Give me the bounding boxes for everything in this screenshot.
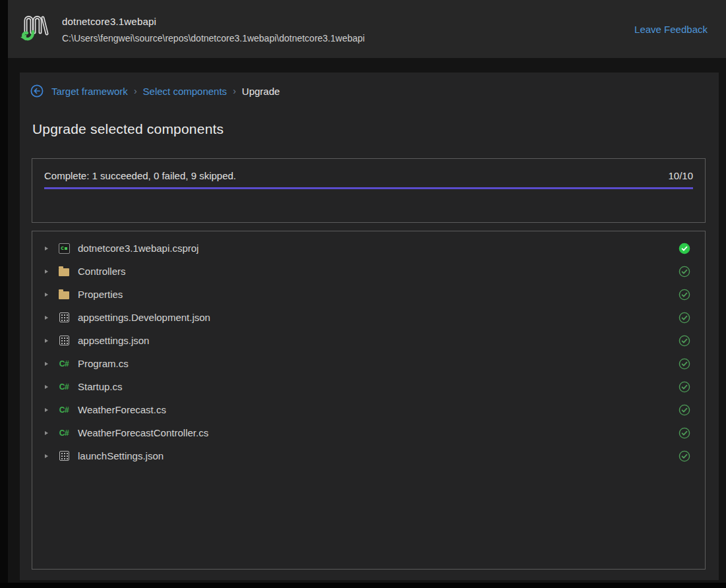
file-row[interactable]: Properties [32,283,705,306]
expander-chevron-icon[interactable] [45,247,48,250]
expander-chevron-icon[interactable] [45,408,48,412]
check-succeeded-icon [679,243,690,254]
file-row[interactable]: appsettings.json [32,329,705,352]
file-name: appsettings.json [78,335,149,346]
file-name: Controllers [78,266,126,277]
chevron-separator-icon: › [134,86,137,96]
expander-chevron-icon[interactable] [45,454,48,458]
csproj-file-icon [59,243,70,254]
breadcrumb-target-framework[interactable]: Target framework [51,86,128,97]
progress-counter: 10/10 [668,170,693,181]
csharp-file-icon [59,428,69,438]
back-arrow-icon[interactable] [30,84,44,98]
progress-status-text: Complete: 1 succeeded, 0 failed, 9 skipp… [44,170,236,181]
file-row[interactable]: WeatherForecastController.cs [32,421,705,444]
file-row[interactable]: Program.cs [32,352,705,375]
progress-summary-box: Complete: 1 succeeded, 0 failed, 9 skipp… [32,158,706,223]
check-skipped-icon [679,266,690,278]
progress-bar-track [44,187,693,189]
folder-icon [59,291,69,299]
file-name: launchSettings.json [78,450,164,461]
main-panel: Target framework › Select components › U… [20,73,719,580]
json-file-icon [59,312,69,322]
breadcrumb-upgrade-current: Upgrade [242,86,280,97]
file-row[interactable]: appsettings.Development.json [32,306,705,329]
csharp-file-icon [59,382,69,392]
expander-chevron-icon[interactable] [45,362,48,366]
csharp-file-icon [59,359,69,368]
expander-chevron-icon[interactable] [45,339,48,343]
expander-chevron-icon[interactable] [45,385,48,389]
json-file-icon [59,451,69,461]
expander-chevron-icon[interactable] [45,431,48,435]
file-name: Program.cs [78,358,129,369]
check-skipped-icon [679,335,690,347]
file-name: dotnetcore3.1webapi.csproj [78,243,198,254]
csharp-file-icon [59,405,69,415]
leave-feedback-link[interactable]: Leave Feedback [634,24,708,35]
file-row[interactable]: WeatherForecast.cs [32,398,705,421]
check-skipped-icon [679,289,690,301]
file-row[interactable]: Controllers [32,260,705,283]
expander-chevron-icon[interactable] [45,316,48,320]
check-skipped-icon [679,381,690,393]
check-skipped-icon [679,358,690,370]
progress-bar-fill [44,187,693,189]
expander-chevron-icon[interactable] [45,270,48,274]
folder-icon [59,268,69,276]
breadcrumb-select-components[interactable]: Select components [143,86,227,97]
check-skipped-icon [679,427,690,439]
file-row[interactable]: launchSettings.json [32,444,705,467]
file-list: dotnetcore3.1webapi.csproj Controlle [32,231,706,570]
file-name: WeatherForecastController.cs [78,427,208,438]
json-file-icon [59,336,69,345]
check-skipped-icon [679,450,690,462]
project-title: dotnetcore3.1webapi [62,16,365,27]
expander-chevron-icon[interactable] [45,293,48,297]
app-header: dotnetcore3.1webapi C:\Users\fengwei\sou… [8,0,726,58]
check-skipped-icon [679,312,690,324]
project-path: C:\Users\fengwei\source\repos\dotnetcore… [62,33,365,44]
chevron-separator-icon: › [233,86,236,96]
file-name: appsettings.Development.json [78,312,210,323]
file-name: Startup.cs [78,381,123,392]
file-name: WeatherForecast.cs [78,404,166,415]
breadcrumb: Target framework › Select components › U… [30,83,280,99]
file-name: Properties [78,289,123,300]
file-row[interactable]: Startup.cs [32,375,705,398]
check-skipped-icon [679,404,690,416]
window-bottom-edge [0,583,726,588]
page-title: Upgrade selected components [32,121,224,137]
upgrade-assistant-logo-icon [20,11,49,47]
file-row[interactable]: dotnetcore3.1webapi.csproj [32,237,705,260]
